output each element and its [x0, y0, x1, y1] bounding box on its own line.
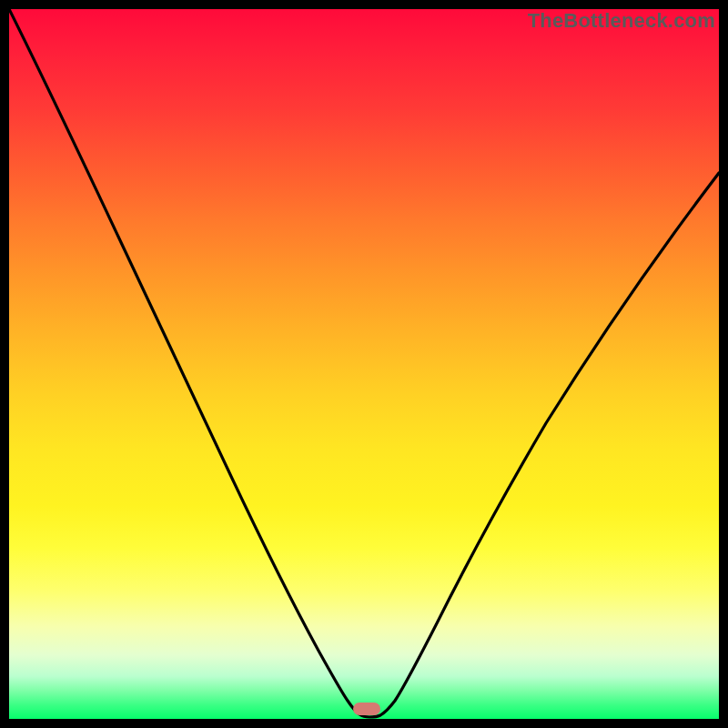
- bottleneck-min-marker: [353, 703, 380, 715]
- curve-path: [9, 9, 719, 717]
- bottleneck-curve: [9, 9, 719, 719]
- watermark-text: TheBottleneck.com: [528, 9, 715, 33]
- chart-stage: TheBottleneck.com: [0, 0, 728, 728]
- chart-plot-area: TheBottleneck.com: [9, 9, 719, 719]
